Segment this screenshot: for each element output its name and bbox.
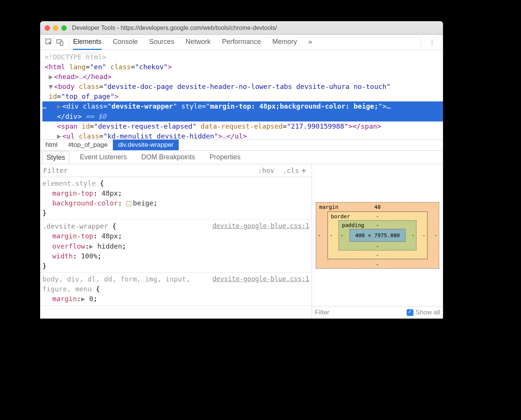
minimize-button[interactable]	[53, 25, 58, 31]
main-toolbar: Elements Console Sources Network Perform…	[40, 35, 443, 50]
breadcrumbs: html #top_of_page div.devsite-wrapper	[40, 139, 443, 151]
add-rule-icon[interactable]: +	[299, 166, 309, 175]
dom-head[interactable]: ▶<head>…</head>	[42, 72, 443, 82]
devtools-window: Developer Tools - https://developers.goo…	[40, 21, 443, 319]
more-menu-icon[interactable]: ⋮	[425, 38, 439, 47]
tab-memory[interactable]: Memory	[272, 35, 297, 50]
box-model[interactable]: margin 48 - - - border - - - - padding	[312, 164, 443, 306]
rule-devsite-wrapper[interactable]: devsite-google-blue.css:1 .devsite-wrapp…	[40, 220, 312, 272]
tab-performance[interactable]: Performance	[222, 35, 261, 50]
subtab-listeners[interactable]: Event Listeners	[76, 151, 131, 163]
panel-tabs: Elements Console Sources Network Perform…	[73, 35, 312, 50]
titlebar: Developer Tools - https://developers.goo…	[40, 21, 443, 35]
source-link[interactable]: devsite-google-blue.css:1	[212, 221, 309, 231]
dom-html[interactable]: <html lang="en" class="chekov">	[42, 62, 443, 72]
traffic-lights	[45, 25, 67, 31]
separator	[69, 37, 69, 47]
svg-rect-2	[60, 41, 63, 45]
crumb-html[interactable]: html	[40, 140, 63, 150]
crumb-selected[interactable]: div.devsite-wrapper	[113, 140, 179, 150]
source-link[interactable]: devsite-google-blue.css:1	[212, 274, 309, 284]
device-toggle-icon[interactable]	[55, 37, 65, 48]
tab-network[interactable]: Network	[186, 35, 211, 50]
cls-toggle[interactable]: .cls	[282, 166, 299, 174]
panes: Filter :hov .cls + element.style { margi…	[40, 164, 443, 319]
filter-input[interactable]: Filter	[43, 166, 68, 174]
tab-elements[interactable]: Elements	[73, 35, 101, 50]
dom-ul[interactable]: ▶<ul class="kd-menulist devsite-hidden">…	[42, 131, 443, 139]
box-content[interactable]: 400 × 7975.080	[349, 229, 406, 242]
styles-pane: Filter :hov .cls + element.style { margi…	[40, 164, 312, 319]
sidebar-tabs: Styles Event Listeners DOM Breakpoints P…	[40, 151, 443, 164]
computed-pane: margin 48 - - - border - - - - padding	[312, 164, 443, 319]
tab-console[interactable]: Console	[113, 35, 138, 50]
dom-selected-close[interactable]: </div> == $0	[42, 112, 443, 121]
inspect-icon[interactable]	[44, 37, 55, 48]
window-title: Developer Tools - https://developers.goo…	[72, 25, 277, 31]
crumb-body[interactable]: #top_of_page	[63, 140, 113, 150]
close-button[interactable]	[45, 25, 50, 31]
subtab-styles[interactable]: Styles	[42, 151, 69, 164]
show-all-label: Show all	[416, 309, 440, 316]
hov-toggle[interactable]: :hov	[258, 166, 274, 174]
subtab-dom-breakpoints[interactable]: DOM Breakpoints	[137, 151, 199, 163]
subtab-properties[interactable]: Properties	[206, 151, 244, 163]
color-swatch-icon[interactable]	[126, 201, 131, 206]
maximize-button[interactable]	[61, 25, 67, 31]
computed-filter-input[interactable]: Filter	[315, 309, 329, 316]
dom-selected[interactable]: … ▶<div class="devsite-wrapper" style="m…	[42, 101, 443, 111]
dom-doctype[interactable]: <!DOCTYPE html>	[42, 52, 443, 62]
svg-rect-0	[46, 39, 51, 44]
show-all-checkbox[interactable]	[407, 309, 413, 316]
computed-filter-row: Filter Show all	[312, 306, 443, 319]
rule-global[interactable]: devsite-google-blue.css:1 body, div, dl,…	[40, 273, 312, 306]
dom-body[interactable]: ▼<body class="devsite-doc-page devsite-h…	[42, 82, 443, 92]
tab-overflow[interactable]: »	[308, 35, 312, 50]
dom-tree[interactable]: <!DOCTYPE html> <html lang="en" class="c…	[40, 50, 443, 139]
rule-element-style[interactable]: element.style { margin-top: 48px; backgr…	[40, 177, 312, 220]
styles-filter-row: Filter :hov .cls +	[40, 164, 312, 177]
tab-sources[interactable]: Sources	[149, 35, 174, 50]
separator	[421, 37, 421, 47]
dom-body-cont[interactable]: id="top_of_page">	[42, 92, 443, 101]
dom-span[interactable]: <span id="devsite-request-elapsed" data-…	[42, 121, 443, 131]
